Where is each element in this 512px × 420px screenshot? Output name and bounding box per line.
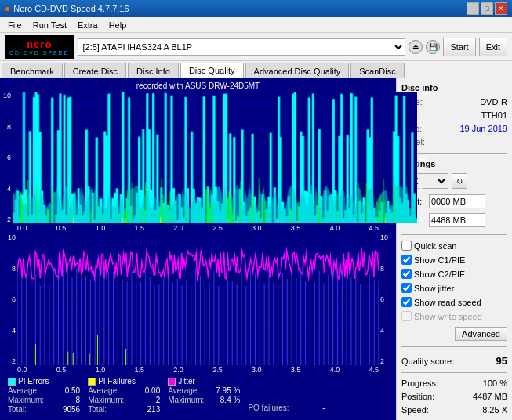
chart-area: recorded with ASUS DRW-24D5MT 10 8 6 4 2…: [0, 78, 396, 420]
show-read-speed-checkbox[interactable]: [401, 297, 412, 307]
bot-chart-y-right-8: 8: [380, 265, 384, 273]
nero-logo-text: nero: [27, 38, 52, 50]
minimize-button[interactable]: ─: [467, 2, 479, 15]
pi-failures-label: PI Failures: [98, 377, 136, 386]
tab-disc-info[interactable]: Disc Info: [128, 63, 179, 78]
jitter-color: [168, 378, 176, 386]
quick-scan-label: Quick scan: [414, 241, 456, 251]
tabs-bar: Benchmark Create Disc Disc Info Disc Qua…: [0, 61, 512, 78]
progress-label: Progress:: [401, 378, 438, 388]
show-write-speed-label: Show write speed: [414, 312, 482, 321]
tab-advanced-disc-quality[interactable]: Advanced Disc Quality: [245, 63, 350, 78]
x-label-45: 4.5: [369, 224, 379, 232]
show-jitter-row: Show jitter: [401, 283, 507, 293]
show-c1-checkbox[interactable]: [401, 255, 412, 265]
divider-4: [401, 372, 507, 373]
cd-dvd-speed-text: CD·DVD SPEED: [9, 50, 70, 56]
start-button[interactable]: Start: [443, 38, 475, 56]
pi-failures-group: PI Failures Average: 0.00 Maximum: 2 Tot…: [88, 377, 160, 414]
progress-row: Progress: 100 %: [401, 378, 507, 388]
bot-chart-y-left-6: 6: [12, 295, 16, 303]
quality-score-value: 95: [496, 355, 507, 367]
recorded-text: recorded with ASUS DRW-24D5MT: [3, 81, 393, 90]
top-chart-y-right-8: 8: [419, 185, 423, 193]
bot-chart-y-left-2: 2: [12, 357, 16, 365]
pi-errors-color: [8, 378, 16, 386]
app-logo: nero CD·DVD SPEED: [5, 35, 74, 59]
divider-3: [401, 346, 507, 347]
pi-errors-label: PI Errors: [18, 377, 49, 386]
stats-area: PI Errors Average: 0.50 Maximum: 8 Total…: [3, 374, 393, 417]
tab-create-disc[interactable]: Create Disc: [64, 63, 126, 78]
divider-2: [401, 234, 507, 235]
show-jitter-checkbox[interactable]: [401, 283, 412, 293]
position-row: Position: 4487 MB: [401, 392, 507, 401]
tab-scandisc[interactable]: ScanDisc: [350, 63, 404, 78]
disc-id-value: TTH01: [481, 110, 507, 120]
top-chart-y-right-16: 16: [419, 123, 427, 131]
quick-scan-row: Quick scan: [401, 241, 507, 251]
show-jitter-label: Show jitter: [414, 284, 454, 293]
menu-help[interactable]: Help: [104, 20, 132, 31]
jitter-avg: 7.95 %: [209, 386, 240, 395]
quality-score-row: Quality score: 95: [401, 355, 507, 367]
advanced-button[interactable]: Advanced: [455, 327, 507, 341]
jitter-label: Jitter: [178, 377, 195, 386]
refresh-button[interactable]: ↻: [452, 173, 467, 189]
drive-select[interactable]: [2:5] ATAPI iHAS324 A BL1P: [78, 38, 406, 56]
po-failures-label: PO failures:: [248, 404, 289, 412]
top-chart-y-left-2: 2: [7, 215, 11, 223]
show-c2-row: Show C2/PIF: [401, 269, 507, 279]
tab-benchmark[interactable]: Benchmark: [2, 63, 63, 78]
jitter-max: 8.4 %: [209, 396, 240, 404]
eject-icon[interactable]: ⏏: [409, 40, 423, 54]
speed-display-label: Speed:: [401, 405, 429, 415]
quick-scan-checkbox[interactable]: [401, 241, 412, 251]
start-input[interactable]: [429, 194, 485, 208]
po-failures-group: PO PO failures: -: [248, 377, 325, 414]
top-chart-y-left-10: 10: [3, 92, 11, 100]
save-icon[interactable]: 💾: [426, 40, 440, 54]
x-label-05: 0.5: [56, 224, 67, 232]
bot-chart-y-right-2: 2: [380, 357, 384, 365]
app-title: Nero CD-DVD Speed 4.7.7.16: [13, 4, 129, 13]
tab-disc-quality[interactable]: Disc Quality: [180, 63, 244, 78]
position-value: 4487 MB: [473, 392, 507, 401]
maximize-button[interactable]: □: [481, 2, 493, 15]
disc-type-value: DVD-R: [480, 97, 507, 107]
show-write-speed-row: Show write speed: [401, 311, 507, 321]
menu-extra[interactable]: Extra: [73, 20, 103, 31]
x-label-2: 2.0: [173, 224, 183, 232]
close-button[interactable]: ✕: [495, 2, 507, 15]
end-input[interactable]: [429, 213, 485, 227]
pi-errors-avg: 0.50: [49, 386, 80, 395]
top-chart-y-right-12: 12: [419, 154, 427, 161]
show-c1-row: Show C1/PIE: [401, 255, 507, 265]
exit-button[interactable]: Exit: [479, 38, 507, 56]
top-chart-y-left-6: 6: [7, 154, 11, 161]
show-read-speed-row: Show read speed: [401, 297, 507, 307]
menu-file[interactable]: File: [3, 20, 27, 31]
show-c1-label: Show C1/PIE: [414, 255, 465, 265]
bot-chart-y-right-4: 4: [380, 327, 384, 335]
x-label-0: 0.0: [17, 224, 27, 232]
pi-failures-color: [88, 378, 96, 386]
top-chart-y-left-8: 8: [7, 123, 11, 131]
bot-chart-y-right-6: 6: [380, 295, 384, 303]
show-write-speed-checkbox: [401, 311, 412, 321]
top-chart-y-right-20: 20: [419, 92, 427, 100]
title-bar: ● Nero CD-DVD Speed 4.7.7.16 ─ □ ✕: [0, 0, 512, 17]
po-failures-value: -: [294, 404, 325, 412]
x-label-1: 1.0: [96, 224, 106, 232]
pi-failures-max: 2: [129, 396, 160, 404]
bot-chart-y-left-4: 4: [12, 327, 16, 335]
top-chart-canvas: [13, 92, 417, 223]
pi-errors-total: 9056: [49, 405, 80, 414]
show-c2-checkbox[interactable]: [401, 269, 412, 279]
x-label-3: 3.0: [252, 224, 262, 232]
progress-value: 100 %: [483, 378, 507, 388]
top-chart-y-left-4: 4: [7, 185, 11, 193]
window-controls: ─ □ ✕: [467, 2, 507, 15]
menu-run-test[interactable]: Run Test: [28, 20, 71, 31]
toolbar: nero CD·DVD SPEED [2:5] ATAPI iHAS324 A …: [0, 33, 512, 61]
